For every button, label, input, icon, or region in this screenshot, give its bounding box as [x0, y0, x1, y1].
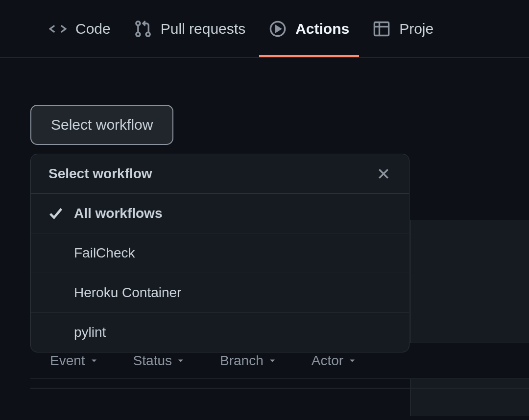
svg-point-1 — [136, 32, 140, 36]
close-icon — [377, 167, 390, 181]
tab-label: Proje — [399, 21, 433, 37]
workflow-option-label: All workflows — [74, 206, 162, 221]
caret-down-icon — [347, 356, 357, 366]
dropdown-title: Select workflow — [48, 166, 152, 182]
workflow-option-heroku[interactable]: Heroku Container — [31, 273, 409, 313]
tab-label: Code — [75, 21, 111, 37]
caret-down-icon — [89, 356, 99, 366]
filter-status[interactable]: Status — [133, 353, 186, 369]
code-icon — [49, 20, 67, 38]
caret-down-icon — [267, 356, 277, 366]
check-icon — [48, 206, 63, 221]
button-label: Select workflow — [51, 117, 153, 133]
caret-down-icon — [176, 356, 186, 366]
tab-pull-requests[interactable]: Pull requests — [134, 0, 245, 57]
svg-rect-4 — [375, 22, 389, 35]
dropdown-header: Select workflow — [31, 154, 409, 194]
workflow-option-failcheck[interactable]: FailCheck — [31, 233, 409, 273]
workflow-option-label: pylint — [74, 325, 106, 340]
tab-actions[interactable]: Actions — [269, 0, 349, 57]
side-panel — [410, 220, 529, 416]
workflow-dropdown-panel: Select workflow All workflows FailCheck … — [30, 154, 409, 352]
content-area: Select workflow — [0, 58, 529, 145]
workflow-option-label: FailCheck — [74, 245, 135, 261]
play-circle-icon — [269, 20, 287, 38]
svg-point-2 — [146, 32, 150, 36]
close-button[interactable] — [376, 166, 391, 182]
svg-point-0 — [136, 21, 140, 25]
filter-branch[interactable]: Branch — [220, 353, 277, 369]
runs-separator — [30, 388, 529, 389]
table-icon — [373, 20, 390, 38]
workflow-option-pylint[interactable]: pylint — [31, 313, 409, 352]
tab-label: Actions — [295, 21, 349, 37]
filter-label: Actor — [312, 353, 343, 369]
workflow-option-all[interactable]: All workflows — [31, 194, 409, 233]
tab-label: Pull requests — [161, 21, 245, 37]
filter-label: Status — [133, 353, 172, 369]
git-pull-request-icon — [134, 20, 152, 38]
workflow-option-label: Heroku Container — [74, 285, 181, 301]
tab-projects[interactable]: Proje — [373, 0, 433, 57]
filter-event[interactable]: Event — [50, 353, 99, 369]
tab-code[interactable]: Code — [49, 0, 111, 57]
select-workflow-button[interactable]: Select workflow — [30, 105, 173, 145]
filter-label: Branch — [220, 353, 264, 369]
filter-actor[interactable]: Actor — [312, 353, 357, 369]
repo-nav: Code Pull requests Actions — [0, 0, 529, 58]
filter-label: Event — [50, 353, 85, 369]
